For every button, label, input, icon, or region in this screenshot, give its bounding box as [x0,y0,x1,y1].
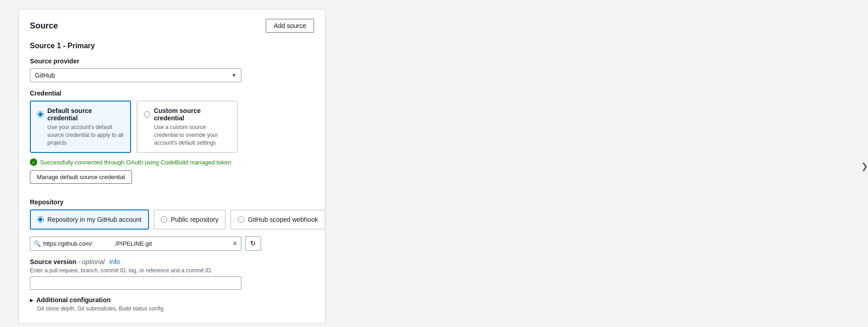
additional-config-desc: Git clone depth, Git submodules, Build s… [37,305,314,312]
panel-header: Source Add source [30,19,314,33]
sidebar-collapse-icon[interactable]: ❯ [861,161,868,171]
panel-title: Source [30,21,58,31]
refresh-button[interactable]: ↻ [245,236,261,251]
source-version-hint: Enter a pull request, branch, commit ID,… [30,267,314,274]
right-sidebar: ❯ [344,0,868,327]
default-credential-title: Default source credential [47,107,124,122]
source-version-section: Source version - optional Info Enter a p… [30,258,314,290]
source-provider-section: Source provider GitHub AWS CodeCommit Bi… [30,57,314,82]
repo-radio-scoped-webhook[interactable] [238,216,244,223]
repo-card-my-github-label: Repository in my GitHub account [47,216,142,223]
source-version-label: Source version - optional Info [30,258,314,265]
success-message: ✓ Successfully connected through OAuth u… [30,158,314,166]
credential-label: Credential [30,90,314,97]
additional-config-toggle[interactable]: ▶ Additional configuration [30,296,314,304]
custom-credential-radio[interactable] [144,111,150,118]
credential-radio-cards: Default source credential Use your accou… [30,101,314,153]
manage-credential-button[interactable]: Manage default source credential [30,170,132,184]
repository-section: Repository Repository in my GitHub accou… [30,198,314,251]
default-credential-radio[interactable] [37,111,44,118]
source-panel: Source Add source Source 1 - Primary Sou… [18,9,326,323]
custom-credential-card[interactable]: Custom source credential Use a custom so… [137,101,238,153]
default-credential-header: Default source credential [37,107,124,122]
default-credential-desc: Use your account's default source creden… [47,124,124,147]
repo-card-public[interactable]: Public repository [154,209,226,230]
source-version-input[interactable] [30,276,241,290]
repo-search-wrapper: 🔍 ✕ ↻ [30,236,314,251]
source1-title: Source 1 - Primary [30,42,314,50]
source-version-optional-text: optional [82,258,105,265]
source-version-label-text: Source version [30,258,76,265]
page-wrapper: Source Add source Source 1 - Primary Sou… [0,0,868,327]
default-credential-card[interactable]: Default source credential Use your accou… [30,101,131,153]
repo-card-scoped-webhook[interactable]: GitHub scoped webhook [230,209,326,230]
source-version-optional: - [78,258,82,265]
credential-section: Credential Default source credential Use… [30,90,314,191]
chevron-right-icon: ▶ [30,298,34,303]
repo-search-container: 🔍 ✕ [30,237,241,251]
add-source-button[interactable]: Add source [266,19,314,33]
repo-card-my-github[interactable]: Repository in my GitHub account [30,209,149,230]
repo-search-input[interactable] [30,237,241,251]
search-icon: 🔍 [34,240,41,247]
main-content: Source Add source Source 1 - Primary Sou… [0,0,344,327]
clear-search-button[interactable]: ✕ [232,240,238,247]
source-provider-select-wrapper: GitHub AWS CodeCommit Bitbucket GitHub E… [30,68,241,82]
custom-credential-header: Custom source credential [144,107,230,122]
custom-credential-desc: Use a custom source credential to overri… [154,124,230,147]
success-icon: ✓ [30,158,37,166]
additional-config-title: Additional configuration [36,296,111,304]
source-provider-label: Source provider [30,57,314,65]
repo-cards: Repository in my GitHub account Public r… [30,209,314,230]
source-provider-select[interactable]: GitHub AWS CodeCommit Bitbucket GitHub E… [30,68,241,82]
repo-card-public-label: Public repository [171,216,219,223]
custom-credential-title: Custom source credential [154,107,230,122]
repo-radio-my-github[interactable] [37,216,44,223]
additional-config-container: ▶ Additional configuration Git clone dep… [30,296,314,312]
success-text: Successfully connected through OAuth usi… [40,159,231,166]
repo-radio-public[interactable] [161,216,167,223]
source-version-info-link[interactable]: Info [109,258,120,265]
repository-label: Repository [30,198,314,206]
repo-card-scoped-webhook-label: GitHub scoped webhook [248,216,318,223]
